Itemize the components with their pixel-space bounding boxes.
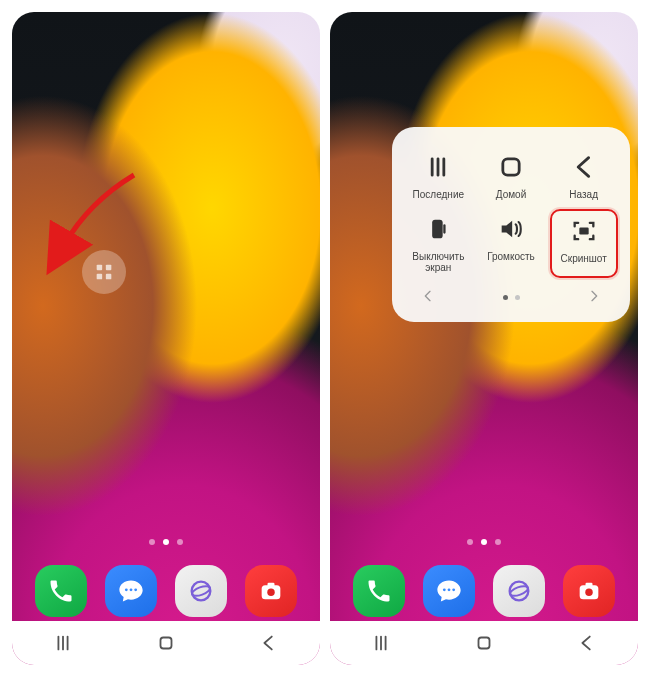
chevron-right-icon [586, 288, 602, 304]
volume-icon [497, 215, 525, 243]
nav-home[interactable] [141, 632, 191, 654]
svg-point-18 [448, 588, 451, 591]
assistant-menu-panel: Последние Домой Назад Выключить экран Гр… [392, 127, 630, 322]
svg-rect-3 [106, 274, 112, 280]
svg-point-17 [443, 588, 446, 591]
message-icon [435, 577, 463, 605]
svg-point-6 [134, 588, 137, 591]
page-indicator [467, 539, 501, 545]
svg-rect-15 [444, 224, 446, 233]
assistant-menu-floating-button[interactable] [82, 250, 126, 294]
page-indicator [149, 539, 183, 545]
phone-app[interactable] [35, 565, 87, 617]
panel-next-button[interactable] [586, 288, 602, 308]
nav-back[interactable] [562, 632, 612, 654]
phone-icon [365, 577, 393, 605]
svg-point-10 [267, 588, 274, 595]
globe-icon [505, 577, 533, 605]
messages-app[interactable] [423, 565, 475, 617]
panel-pager [402, 282, 620, 308]
internet-app[interactable] [493, 565, 545, 617]
svg-rect-1 [106, 265, 112, 271]
back-icon [258, 632, 280, 654]
panel-item-label: Домой [496, 189, 526, 201]
recents-icon [52, 632, 74, 654]
grid-icon [93, 261, 115, 283]
home-icon [497, 153, 525, 181]
svg-rect-14 [432, 219, 443, 238]
camera-icon [575, 577, 603, 605]
home-button[interactable]: Домой [477, 147, 545, 205]
panel-item-label: Назад [569, 189, 598, 201]
svg-rect-2 [97, 274, 103, 280]
home-icon [473, 632, 495, 654]
internet-app[interactable] [175, 565, 227, 617]
svg-rect-11 [268, 583, 275, 587]
recents-button[interactable]: Последние [404, 147, 472, 205]
volume-button[interactable]: Громкость [477, 209, 545, 278]
message-icon [117, 577, 145, 605]
svg-point-23 [585, 588, 592, 595]
camera-app[interactable] [563, 565, 615, 617]
svg-rect-0 [97, 265, 103, 271]
phone-screen-left [12, 12, 320, 665]
navigation-bar [12, 621, 320, 665]
recents-icon [370, 632, 392, 654]
screenshot-button[interactable]: Скриншот [550, 209, 618, 278]
back-button[interactable]: Назад [550, 147, 618, 205]
globe-icon [187, 577, 215, 605]
lock-screen-button[interactable]: Выключить экран [404, 209, 472, 278]
nav-home[interactable] [459, 632, 509, 654]
power-off-icon [424, 215, 452, 243]
phone-app[interactable] [353, 565, 405, 617]
phone-screen-right: Последние Домой Назад Выключить экран Гр… [330, 12, 638, 665]
camera-app[interactable] [245, 565, 297, 617]
svg-rect-16 [579, 227, 588, 234]
panel-page-dots [503, 295, 520, 300]
svg-rect-13 [503, 159, 519, 175]
panel-item-label: Последние [413, 189, 464, 201]
recents-icon [424, 153, 452, 181]
back-icon [576, 632, 598, 654]
home-icon [155, 632, 177, 654]
dock [12, 565, 320, 617]
back-icon [570, 153, 598, 181]
nav-back[interactable] [244, 632, 294, 654]
nav-recents[interactable] [356, 632, 406, 654]
svg-point-19 [452, 588, 455, 591]
screenshot-icon [570, 217, 598, 245]
camera-icon [257, 577, 285, 605]
panel-item-label: Громкость [487, 251, 535, 263]
panel-item-label: Скриншот [561, 253, 607, 265]
svg-point-4 [125, 588, 128, 591]
svg-rect-12 [160, 638, 171, 649]
svg-rect-24 [586, 583, 593, 587]
chevron-left-icon [420, 288, 436, 304]
messages-app[interactable] [105, 565, 157, 617]
panel-prev-button[interactable] [420, 288, 436, 308]
nav-recents[interactable] [38, 632, 88, 654]
navigation-bar [330, 621, 638, 665]
phone-icon [47, 577, 75, 605]
svg-point-5 [130, 588, 133, 591]
dock [330, 565, 638, 617]
panel-item-label: Выключить экран [406, 251, 470, 274]
svg-rect-25 [478, 638, 489, 649]
